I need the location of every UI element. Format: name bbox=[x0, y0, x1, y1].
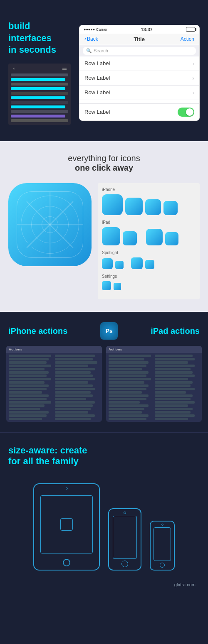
ipad-panel-body bbox=[106, 353, 202, 422]
device-ipad bbox=[33, 483, 100, 571]
device-iphone-small bbox=[150, 521, 175, 571]
chevron-right-icon: › bbox=[192, 89, 194, 96]
section-icons: everything for icons one click away bbox=[0, 141, 208, 312]
icons-headline: everything for icons one click away bbox=[8, 154, 200, 173]
ps-logo: Ps bbox=[100, 322, 118, 340]
toggle-row-label: Row Label bbox=[84, 109, 110, 115]
ipad-actions-col-2 bbox=[155, 355, 199, 420]
table-row[interactable]: Row Label › bbox=[79, 56, 199, 71]
search-section: 🔍 Search bbox=[79, 45, 199, 56]
mini-mockup: ✕ bbox=[8, 64, 71, 125]
devices-container bbox=[8, 479, 200, 579]
spotlight-icon-3 bbox=[131, 257, 143, 269]
iphone-icon-2 bbox=[125, 198, 143, 215]
actions-col-2 bbox=[55, 355, 99, 420]
iphone-icon-1 bbox=[102, 194, 123, 215]
spotlight-icons bbox=[102, 257, 196, 269]
icon-group-settings: Settings bbox=[102, 274, 196, 290]
iphone-small-home bbox=[160, 563, 165, 568]
iphone-panel-header: Actions bbox=[6, 346, 102, 353]
toggle-switch[interactable] bbox=[178, 108, 194, 117]
status-bar: ●●●●● Carrier 13:37 bbox=[79, 25, 199, 34]
nav-title: Title bbox=[134, 36, 145, 42]
family-headline: size-aware: create for all the family bbox=[8, 445, 200, 467]
iphone-icons bbox=[102, 194, 196, 215]
iphone-icon-3 bbox=[145, 199, 161, 215]
actions-panels-container: Actions bbox=[6, 346, 202, 422]
chevron-right-icon: › bbox=[192, 75, 194, 81]
spotlight-group-label: Spotlight bbox=[102, 250, 196, 255]
spotlight-icon-1 bbox=[102, 258, 113, 269]
table-row[interactable]: Row Label › bbox=[79, 86, 199, 100]
settings-icon-1 bbox=[102, 281, 111, 290]
icons-layout: iPhone iPad bbox=[8, 183, 200, 299]
iphone-small-camera bbox=[161, 524, 163, 526]
spotlight-icon-2 bbox=[115, 261, 124, 269]
icon-group-ipad: iPad bbox=[102, 220, 196, 245]
iphone-large-home bbox=[121, 561, 128, 567]
ipad-actions-panel: Actions bbox=[106, 346, 202, 422]
row-label: Row Label bbox=[84, 75, 110, 81]
mini-close-icon: ✕ bbox=[12, 67, 15, 71]
actions-col-1 bbox=[9, 355, 53, 420]
ipad-screen bbox=[40, 495, 93, 553]
icon-group-iphone: iPhone bbox=[102, 187, 196, 215]
search-icon: 🔍 bbox=[86, 48, 92, 54]
ipad-icon-1 bbox=[102, 227, 120, 245]
iphone-actions-panel: Actions bbox=[6, 346, 102, 422]
nav-action-button[interactable]: Action bbox=[181, 36, 194, 42]
back-chevron-icon: ‹ bbox=[84, 36, 86, 42]
ipad-home-button bbox=[63, 559, 70, 566]
headline-block: build interfaces in seconds ✕ bbox=[8, 20, 71, 125]
icon-grid-overlay bbox=[8, 183, 92, 266]
status-time: 13:37 bbox=[141, 27, 153, 32]
ipad-actions-label: iPad actions bbox=[151, 326, 200, 336]
settings-group-label: Settings bbox=[102, 274, 196, 279]
back-button[interactable]: ‹ Back bbox=[84, 36, 98, 42]
table-view: Row Label › Row Label › Row Label › bbox=[79, 56, 199, 100]
iphone-actions-label: iPhone actions bbox=[8, 326, 67, 336]
carrier-text: ●●●●● Carrier bbox=[84, 27, 107, 32]
navigation-bar: ‹ Back Title Action bbox=[79, 34, 199, 45]
settings-icon-2 bbox=[114, 283, 121, 290]
spotlight-icon-4 bbox=[145, 260, 154, 269]
iphone-small-screen bbox=[154, 527, 171, 561]
battery-icon bbox=[186, 27, 195, 32]
ipad-group-label: iPad bbox=[102, 220, 196, 225]
icon-diagonal-2 bbox=[8, 183, 92, 266]
actions-header: iPhone actions Ps iPad actions bbox=[6, 322, 202, 340]
ipad-inner-icon bbox=[60, 518, 73, 531]
settings-icons bbox=[102, 281, 196, 290]
row-label: Row Label bbox=[84, 89, 110, 95]
iphone-group-label: iPhone bbox=[102, 187, 196, 192]
ipad-panel-header: Actions bbox=[106, 346, 202, 353]
ipad-actions-col-1 bbox=[109, 355, 153, 420]
mini-mockup-bar: ✕ bbox=[11, 66, 68, 71]
row-label: Row Label bbox=[84, 60, 110, 66]
ipad-camera bbox=[66, 487, 68, 490]
section-actions: iPhone actions Ps iPad actions Actions bbox=[0, 312, 208, 432]
section-build-interfaces: build interfaces in seconds ✕ bbox=[0, 0, 208, 141]
watermark: gfxtra.com bbox=[8, 579, 200, 590]
table-row[interactable]: Row Label › bbox=[79, 71, 199, 86]
headline: build interfaces in seconds bbox=[8, 20, 71, 56]
big-app-icon bbox=[8, 183, 92, 266]
icon-grid-inner bbox=[17, 191, 83, 258]
ipad-icon-4 bbox=[165, 232, 178, 245]
section-family: size-aware: create for all the family gf… bbox=[0, 432, 208, 599]
iphone-large-screen bbox=[113, 516, 137, 559]
search-bar[interactable]: 🔍 Search bbox=[83, 47, 196, 55]
device-iphone-large bbox=[108, 508, 141, 571]
iphone-panel-body bbox=[6, 353, 102, 422]
ipad-icon-3 bbox=[146, 229, 163, 245]
ipad-icons bbox=[102, 227, 196, 245]
icon-size-groups: iPhone iPad bbox=[98, 183, 200, 299]
toggle-knob bbox=[186, 108, 193, 116]
icon-group-spotlight: Spotlight bbox=[102, 250, 196, 269]
ipad-icon-2 bbox=[123, 231, 137, 245]
toggle-row[interactable]: Row Label bbox=[79, 103, 199, 120]
phone-mockup: ●●●●● Carrier 13:37 ‹ Back Title Action … bbox=[79, 25, 200, 121]
iphone-icon-4 bbox=[163, 201, 178, 215]
mini-lines-icon bbox=[62, 68, 67, 70]
iphone-large-camera bbox=[124, 512, 126, 514]
